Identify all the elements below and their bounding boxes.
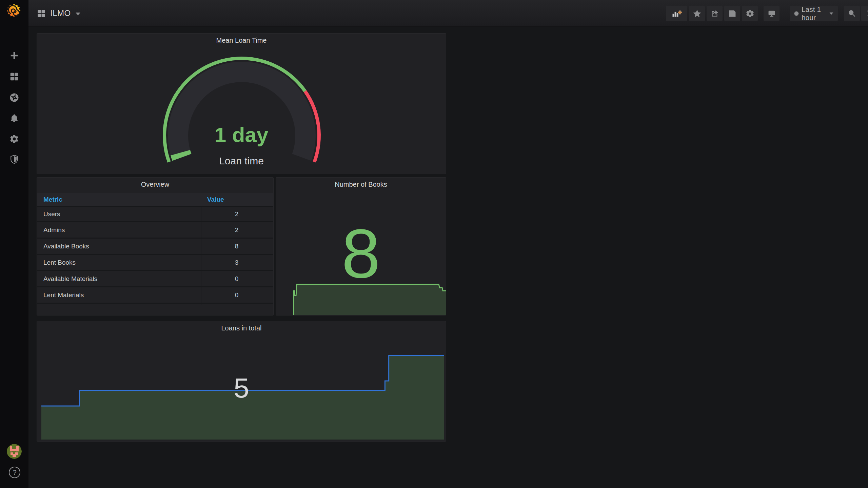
sidebar: ?	[0, 0, 28, 488]
value-cell: 2	[200, 210, 273, 218]
dashboards-icon[interactable]	[0, 71, 28, 82]
create-icon[interactable]	[0, 50, 28, 61]
metric-cell: Available Materials	[37, 275, 200, 283]
stat-value: 5	[37, 374, 446, 402]
zoom-out-icon	[848, 9, 856, 18]
stat-value: 8	[276, 219, 446, 288]
dashboard-caret-icon	[76, 13, 80, 15]
navbar: ILMO	[28, 0, 868, 27]
metric-cell: Users	[37, 210, 200, 218]
table-row: Available Books 8	[37, 239, 273, 255]
value-cell: 2	[200, 226, 273, 234]
refresh-button[interactable]	[861, 6, 868, 21]
grafana-dashboard: ? ILMO	[0, 0, 868, 488]
share-dashboard-button[interactable]	[707, 6, 723, 21]
dashboard-title: ILMO	[50, 8, 71, 18]
panel-title[interactable]: Overview	[37, 178, 273, 191]
explore-compass-icon[interactable]	[0, 92, 28, 103]
monitor-icon	[767, 9, 776, 18]
add-panel-icon	[671, 8, 683, 19]
dashboard-title-button[interactable]: ILMO	[37, 0, 80, 26]
panel-overview-table: Overview Metric Value Users 2 Admins 2 A…	[37, 177, 274, 316]
server-admin-shield-icon[interactable]	[0, 154, 28, 165]
table-row: Lent Materials 0	[37, 287, 273, 304]
metric-cell: Admins	[37, 226, 200, 234]
save-icon	[728, 9, 737, 18]
help-icon[interactable]: ?	[9, 467, 20, 478]
dashboard-settings-button[interactable]	[742, 6, 758, 21]
time-range-picker[interactable]: Last 1 hour	[790, 6, 838, 21]
value-cell: 3	[200, 259, 273, 266]
column-header-metric[interactable]: Metric	[37, 196, 200, 203]
column-divider	[201, 206, 201, 305]
table-body: Users 2 Admins 2 Available Books 8 Lent …	[37, 206, 273, 304]
panel-number-of-books: Number of Books 8	[276, 177, 446, 316]
gauge-chart	[37, 34, 446, 174]
table-row: Users 2	[37, 206, 273, 222]
cycle-view-mode-button[interactable]	[764, 6, 780, 21]
table-header: Metric Value	[37, 193, 273, 206]
zoom-out-button[interactable]	[844, 6, 860, 21]
dashboard-grid-icon	[37, 9, 45, 18]
time-range-label: Last 1 hour	[802, 5, 826, 22]
column-header-value[interactable]: Value	[200, 196, 273, 203]
save-dashboard-button[interactable]	[724, 6, 740, 21]
grafana-logo-icon[interactable]	[6, 3, 22, 20]
panel-title[interactable]: Loans in total	[37, 321, 446, 335]
panel-title[interactable]: Number of Books	[276, 178, 446, 191]
metric-cell: Lent Books	[37, 259, 200, 266]
panel-loans-in-total: Loans in total 5	[37, 321, 446, 442]
refresh-action[interactable]	[861, 9, 868, 18]
table-row: Admins 2	[37, 222, 273, 239]
panel-mean-loan-time: Mean Loan Time 1 day Loan time	[37, 33, 446, 174]
value-cell: 8	[200, 243, 273, 250]
value-cell: 0	[200, 291, 273, 299]
refresh-icon	[866, 9, 868, 18]
configuration-gear-icon[interactable]	[0, 133, 28, 145]
help-glyph: ?	[13, 469, 16, 476]
star-icon	[693, 9, 702, 18]
value-cell: 0	[200, 275, 273, 283]
panel-title[interactable]: Mean Loan Time	[37, 34, 446, 47]
table-row: Available Materials 0	[37, 271, 273, 287]
gauge-value: 1 day	[37, 123, 446, 147]
alerting-bell-icon[interactable]	[0, 113, 28, 124]
share-icon	[710, 9, 719, 18]
mark-favorite-button[interactable]	[689, 6, 705, 21]
user-avatar[interactable]	[7, 444, 22, 459]
time-range-caret-icon	[829, 12, 833, 14]
add-panel-button[interactable]	[666, 6, 687, 21]
clock-icon	[794, 10, 799, 17]
metric-cell: Available Books	[37, 243, 200, 250]
metric-cell: Lent Materials	[37, 291, 200, 299]
table-row: Lent Books 3	[37, 255, 273, 271]
gauge-field-label: Loan time	[37, 155, 446, 167]
gear-icon	[746, 9, 754, 18]
